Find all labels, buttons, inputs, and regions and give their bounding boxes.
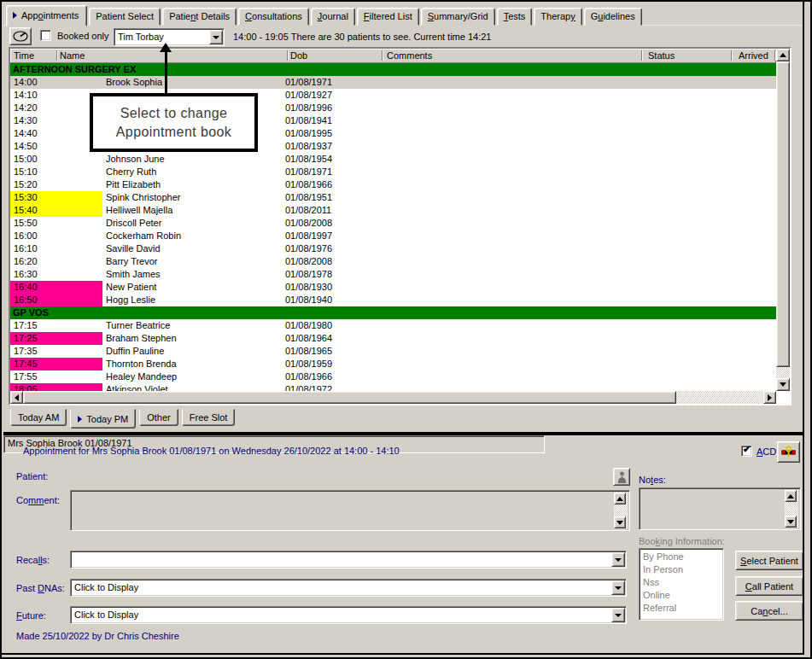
person-icon bbox=[617, 471, 627, 483]
appointment-row[interactable]: 16:40New Patient01/08/1930 bbox=[10, 281, 776, 294]
scroll-up-icon[interactable] bbox=[776, 49, 790, 61]
tab-tests[interactable]: Tests bbox=[497, 8, 533, 26]
scroll-down-icon[interactable] bbox=[614, 516, 626, 528]
appointment-row[interactable]: 18:05Atkinson Violet01/08/1972 bbox=[10, 383, 776, 391]
recalls-select[interactable] bbox=[70, 551, 627, 569]
acd-detail-button[interactable] bbox=[777, 441, 800, 463]
tab-appointments[interactable]: Appointments bbox=[6, 5, 87, 26]
tab-patient-select[interactable]: Patient Select bbox=[89, 8, 161, 26]
appointment-row[interactable]: 14:00Brook Sophia01/08/1971 bbox=[10, 76, 776, 89]
col-arrived[interactable]: Arrived bbox=[739, 50, 768, 61]
booking-option[interactable]: Referral bbox=[643, 602, 723, 615]
col-dob[interactable]: Dob bbox=[290, 50, 307, 61]
scroll-left-icon[interactable] bbox=[10, 391, 23, 404]
time-cell: 18:05 bbox=[10, 383, 102, 391]
appointment-row[interactable]: 15:40Helliwell Majella01/08/2011 bbox=[10, 204, 776, 217]
acd-checkbox[interactable]: ✔ bbox=[741, 446, 752, 457]
scroll-up-icon[interactable] bbox=[785, 490, 797, 502]
scroll-down-icon[interactable] bbox=[785, 516, 797, 528]
chevron-down-icon[interactable] bbox=[611, 608, 625, 622]
hscroll-thumb[interactable] bbox=[23, 391, 676, 404]
tab-therapy[interactable]: Therapy bbox=[534, 8, 581, 26]
appointment-row[interactable]: 16:00Cockerham Robin01/08/1997 bbox=[10, 230, 776, 242]
tab-guidelines[interactable]: Guidelines bbox=[584, 8, 642, 26]
name-cell: Pitt Elizabeth bbox=[106, 178, 161, 190]
time-cell: 16:20 bbox=[10, 255, 102, 268]
appointment-row[interactable]: 15:00Johnson June01/08/1954 bbox=[10, 153, 776, 166]
chevron-down-icon[interactable] bbox=[611, 580, 625, 595]
speedometer-button[interactable] bbox=[9, 27, 32, 45]
comment-field[interactable] bbox=[70, 490, 630, 531]
appointment-book-value: Tim Torbay bbox=[118, 32, 164, 42]
tab-journal[interactable]: Journal bbox=[311, 8, 355, 26]
future-select[interactable]: Click to Display bbox=[70, 606, 627, 624]
scroll-right-icon[interactable] bbox=[763, 391, 776, 404]
booking-option[interactable]: In Person bbox=[643, 563, 723, 576]
vscroll-thumb[interactable] bbox=[776, 61, 790, 367]
name-cell: Duffin Pauline bbox=[106, 345, 164, 356]
session-tab-today-pm[interactable]: Today PM bbox=[70, 409, 136, 429]
session-tab-today-am[interactable]: Today AM bbox=[10, 409, 67, 426]
appointment-detail-panel: Appointment for Mrs Sophia Brook 01/08/1… bbox=[3, 435, 803, 653]
call-patient-button[interactable]: Call Patient bbox=[735, 576, 803, 596]
booked-only-checkbox[interactable]: ✔ bbox=[40, 30, 51, 41]
session-status-text: 14:00 - 19:05 There are 30 patients to s… bbox=[233, 32, 491, 42]
booked-only-label: Booked only bbox=[57, 31, 109, 41]
appointment-row[interactable]: 17:25Braham Stephen01/08/1964 bbox=[10, 332, 776, 345]
booking-option[interactable]: By Phone bbox=[643, 551, 723, 563]
dob-cell: 01/08/1972 bbox=[285, 383, 332, 391]
cancel-button[interactable]: Cancel... bbox=[735, 601, 803, 621]
comment-label: Comment: bbox=[16, 495, 60, 505]
dob-cell: 01/08/1964 bbox=[285, 332, 332, 343]
vertical-scrollbar[interactable] bbox=[776, 49, 790, 391]
tab-consultations[interactable]: Consultations bbox=[238, 8, 309, 26]
col-time[interactable]: Time bbox=[14, 50, 34, 61]
patient-details-button[interactable] bbox=[613, 468, 630, 486]
booking-information-list[interactable]: By PhoneIn PersonNssOnlineReferral bbox=[639, 548, 724, 621]
col-name[interactable]: Name bbox=[60, 50, 85, 61]
name-cell: Smith James bbox=[106, 268, 161, 279]
past-dnas-value: Click to Display bbox=[74, 582, 138, 592]
comment-scrollbar[interactable] bbox=[614, 493, 628, 528]
tab-patient-details[interactable]: Patient Details bbox=[162, 8, 237, 26]
select-patient-button[interactable]: Select Patient bbox=[735, 551, 803, 570]
tab-filtered-list[interactable]: Filtered List bbox=[357, 8, 419, 26]
appointment-row[interactable]: 17:35Duffin Pauline01/08/1965 bbox=[10, 345, 776, 358]
appointment-row[interactable]: 16:30Smith James01/08/1978 bbox=[10, 268, 776, 281]
dob-cell: 01/08/1997 bbox=[285, 230, 332, 241]
time-cell: 17:35 bbox=[10, 345, 102, 358]
col-status[interactable]: Status bbox=[648, 50, 675, 61]
dob-cell: 01/08/1966 bbox=[285, 370, 332, 382]
appointment-row[interactable]: 17:15Turner Beatrice01/08/1980 bbox=[10, 319, 776, 332]
dob-cell: 01/08/2008 bbox=[285, 255, 332, 266]
time-cell: 14:00 bbox=[10, 76, 102, 89]
appointment-row[interactable]: 15:50Driscoll Peter01/08/2008 bbox=[10, 217, 776, 230]
session-tab-free-slot[interactable]: Free Slot bbox=[182, 409, 236, 426]
booking-option[interactable]: Online bbox=[643, 589, 723, 602]
notes-scrollbar[interactable] bbox=[785, 490, 798, 528]
past-dnas-select[interactable]: Click to Display bbox=[70, 579, 627, 597]
appointment-row[interactable]: 17:45Thornton Brenda01/08/1959 bbox=[10, 358, 776, 370]
name-cell: Hogg Leslie bbox=[106, 294, 155, 305]
time-cell: 14:20 bbox=[10, 102, 102, 114]
col-comments[interactable]: Comments bbox=[387, 50, 432, 61]
booking-option[interactable]: Nss bbox=[643, 576, 723, 589]
appointment-row[interactable]: 15:20Pitt Elizabeth01/08/1966 bbox=[10, 178, 776, 191]
session-tab-other[interactable]: Other bbox=[139, 409, 178, 426]
notes-field[interactable] bbox=[639, 487, 801, 530]
scroll-up-icon[interactable] bbox=[614, 493, 626, 504]
chevron-down-icon[interactable] bbox=[209, 30, 223, 44]
name-cell: Barry Trevor bbox=[106, 255, 158, 266]
appointment-row[interactable]: 15:10Cherry Ruth01/08/1971 bbox=[10, 166, 776, 178]
appointment-row[interactable]: 16:20Barry Trevor01/08/2008 bbox=[10, 255, 776, 268]
callout-arrow-icon bbox=[160, 43, 172, 52]
appointment-row[interactable]: 15:30Spink Christopher01/08/1951 bbox=[10, 191, 776, 204]
name-cell: Brook Sophia bbox=[106, 76, 162, 87]
chevron-down-icon[interactable] bbox=[611, 552, 625, 567]
appointment-row[interactable]: 16:10Saville David01/08/1976 bbox=[10, 242, 776, 255]
horizontal-scrollbar[interactable] bbox=[10, 391, 776, 404]
appointment-row[interactable]: 16:50Hogg Leslie01/08/1940 bbox=[10, 294, 776, 306]
scroll-down-icon[interactable] bbox=[776, 378, 790, 391]
tab-summary-grid[interactable]: Summary/Grid bbox=[421, 8, 495, 26]
appointment-row[interactable]: 17:55Healey Mandeep01/08/1966 bbox=[10, 370, 776, 383]
